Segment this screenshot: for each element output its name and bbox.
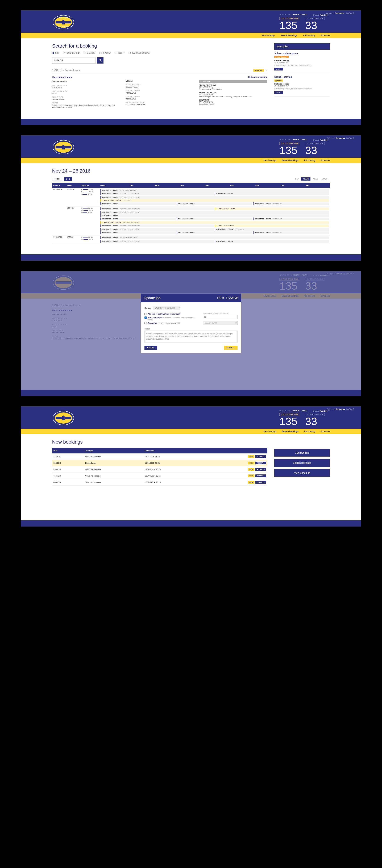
warning-icon: ● xyxy=(101,199,102,201)
schedule-bar[interactable]: RO# 123ABD20HRSXYZ REPAIR xyxy=(253,231,329,234)
schedule-bar[interactable]: RO# 123ABC18HRSVOLVO MAINTENANCE xyxy=(100,237,329,239)
schedule-bar[interactable]: RO# 123ABE40HRS xyxy=(215,192,329,195)
schedule-bar[interactable]: RO# 123ABD20HRS xyxy=(100,218,176,220)
pref-time-value: 20:00 xyxy=(52,92,120,94)
schedule-bar[interactable]: ●RO# 123ABE40HRS xyxy=(215,208,329,210)
accept-button[interactable]: ACCEPT xyxy=(256,462,266,464)
tab-week[interactable]: WEEK xyxy=(311,177,320,181)
schedule-bar[interactable]: RO# 123ABD20HRSXYZ REPAIR xyxy=(253,218,329,220)
edit-icon[interactable]: ✎ xyxy=(266,69,267,71)
screen-scheduler: Welcome, SamanthaLOGOUT NEXT 7 DAYS: 26 … xyxy=(21,135,361,260)
side-job-note: If there are job notes, they will be dis… xyxy=(274,88,330,90)
nav-add[interactable]: Add booking xyxy=(304,159,315,162)
new-button[interactable]: NEW xyxy=(248,481,254,484)
schedule-bar[interactable]: RO# 123ABD30HRSGEARBOX REPLACEMENT xyxy=(100,228,214,231)
welcome-user: Samantha xyxy=(335,12,344,14)
booking-title: 123ACB - Team Jones xyxy=(52,69,80,72)
schedule-bar[interactable]: RO# 123ABD20HRS xyxy=(177,231,253,234)
repair-value: Service - Volvo xyxy=(52,98,120,100)
tab-month[interactable]: MONTH xyxy=(320,177,330,181)
radio-customer[interactable]: CUSTOMER CONTACT xyxy=(128,52,150,54)
schedule-bar[interactable]: RO# 123ABD20HRSXYZ REPAIR xyxy=(215,228,329,231)
radio-chassis2[interactable]: CHASSIS# xyxy=(99,52,111,54)
cust-phone-label: CONTACT PHONE xyxy=(125,90,194,92)
logout-link[interactable]: LOGOUT xyxy=(346,137,354,139)
schedule-bar[interactable]: ●RO# 123ABE40HRS xyxy=(215,224,329,227)
notes-textarea[interactable]: Curabitur semper sem. Nulla turpis nibh,… xyxy=(144,331,238,343)
side-job-tag: Pending xyxy=(274,80,283,82)
repair-label: REPAIR TYPE xyxy=(52,96,120,98)
next7-label: NEXT 7 DAYS: 26 NOV – 2 DEC xyxy=(280,13,307,16)
nav-scheduler[interactable]: Scheduler xyxy=(321,430,330,433)
today-button[interactable]: Today xyxy=(52,177,62,181)
nav-search[interactable]: Search bookings xyxy=(282,159,299,162)
nav-scheduler[interactable]: Scheduler xyxy=(321,34,330,37)
chk-exception[interactable]: Exception – assign to team for one shift xyxy=(144,322,198,324)
schedule-bar[interactable]: RO# 123ABD20HRS xyxy=(100,214,329,217)
schedule-bar[interactable]: RO# 123ABD20HRS xyxy=(177,203,253,205)
schedule-bar[interactable]: RO# 123ABD20HRS xyxy=(100,203,176,205)
est-hours-input[interactable] xyxy=(203,315,238,319)
tab-3days[interactable]: 3 DAYS xyxy=(301,177,311,181)
history-item: SERVICE REP NAME11/12/2016 14:29Status c… xyxy=(199,92,267,98)
schedule-bar[interactable]: RO# 123ABD30HRSGEARBOX REPLACEMENT xyxy=(100,196,329,198)
nav-new[interactable]: New bookings xyxy=(262,34,275,37)
schedule-bar[interactable]: RO# 123ABD30HRSGEARBOX REPLACEMENT xyxy=(100,224,214,227)
nav-add[interactable]: Add booking xyxy=(304,430,315,433)
schedule-bar[interactable]: RO# 123ABD20HRS xyxy=(100,231,176,234)
nav-search[interactable]: Search bookings xyxy=(281,34,297,37)
allocated-value: 135 xyxy=(280,20,300,31)
new-button[interactable]: NEW xyxy=(248,468,254,471)
view-button[interactable]: VIEW xyxy=(274,68,283,70)
add-booking-button[interactable]: Add Booking xyxy=(274,449,330,457)
search-input[interactable] xyxy=(52,57,95,64)
schedule-bar[interactable]: RO# 123ABD30HRSGEARBOX REPLACEMENT xyxy=(100,192,214,195)
logout-link[interactable]: LOGOUT xyxy=(346,408,354,410)
accept-button[interactable]: ACCEPT xyxy=(256,455,266,458)
accept-button[interactable]: ACCEPT xyxy=(256,468,266,471)
nav-new[interactable]: New bookings xyxy=(263,159,276,162)
radio-reg[interactable]: REGISTRATION# xyxy=(63,52,80,54)
radio-chassis1[interactable]: CHASSIS# xyxy=(84,52,95,54)
next-button[interactable]: ▶ xyxy=(68,177,72,181)
status-select[interactable]: WORK IN PROGRESS xyxy=(153,306,180,310)
chk-continues[interactable]: Work continues – work to continue with s… xyxy=(144,316,198,321)
schedule-bar[interactable]: RO# 123ABD30HRSGEARBOX REPLACEMENT xyxy=(100,208,214,210)
new-button[interactable]: NEW xyxy=(248,455,254,458)
chk-allocate[interactable]: Allocate remaining time to my team xyxy=(144,313,198,315)
accept-button[interactable]: ACCEPT xyxy=(256,481,266,484)
nav-add[interactable]: Add booking xyxy=(303,34,315,37)
nav-new[interactable]: New bookings xyxy=(263,430,276,433)
radio-ro[interactable]: RO# xyxy=(52,52,59,54)
tab-day[interactable]: DAY xyxy=(293,177,300,181)
schedule-bar[interactable]: RO# 123ABD20HRSXYZ REPAIR xyxy=(253,203,329,205)
screen-search-booking: Welcome, Samantha LOGOUT TRUCK CENTREA W… xyxy=(21,10,361,125)
new-button[interactable]: NEW xyxy=(248,462,254,464)
radio-fleet[interactable]: FLEET# xyxy=(115,52,124,54)
schedule-bar[interactable]: ●RO# 123ABD20HRSXYZ REPAIR xyxy=(100,199,329,202)
submit-button[interactable]: SUBMIT xyxy=(224,346,238,350)
search-button[interactable] xyxy=(97,57,104,64)
schedule-bar[interactable]: RO# 123ABD30HRSGEARBOX REPLACEMENT xyxy=(100,240,214,243)
search-bookings-button[interactable]: Search Bookings xyxy=(274,459,330,467)
cell-ro: 345DEG xyxy=(52,460,84,466)
schedule-bar[interactable]: RO# 123ABD20HRS xyxy=(177,218,253,220)
cust-phone-value: 0234123456 xyxy=(125,92,194,94)
schedule-bar[interactable]: ●RO# 123ABC18HRSVOLVO MAINTENANCE xyxy=(100,221,329,224)
est-hours-label: ESTIMATED HOURS REMAINING xyxy=(203,313,238,315)
nav-search[interactable]: Search bookings xyxy=(282,430,299,433)
view-button[interactable]: VIEW xyxy=(274,91,283,94)
accept-button[interactable]: ACCEPT xyxy=(256,474,266,477)
logout-link[interactable]: LOGOUT xyxy=(346,12,354,14)
cancel-button[interactable]: CANCEL xyxy=(144,346,157,350)
nav-scheduler[interactable]: Scheduler xyxy=(321,159,330,162)
schedule-bar[interactable]: RO# 123ABC18HRSVOLVO MAINTENANCE xyxy=(100,189,329,192)
select-team[interactable]: SELECT TEAM xyxy=(203,321,238,325)
prev-button[interactable]: ◀ xyxy=(64,177,68,181)
cust-name-value: Georgie Porgie xyxy=(125,86,194,88)
view-schedule-button[interactable]: View Schedule xyxy=(274,469,330,477)
cell-date: 120/09/2014 15:15 xyxy=(143,472,202,479)
new-button[interactable]: NEW xyxy=(248,474,254,477)
schedule-bar[interactable]: RO# 123ABE40HRS xyxy=(215,240,329,243)
schedule-bar[interactable]: RO# 123ABD30HRSGEARBOX REPLACEMENT xyxy=(100,211,329,214)
